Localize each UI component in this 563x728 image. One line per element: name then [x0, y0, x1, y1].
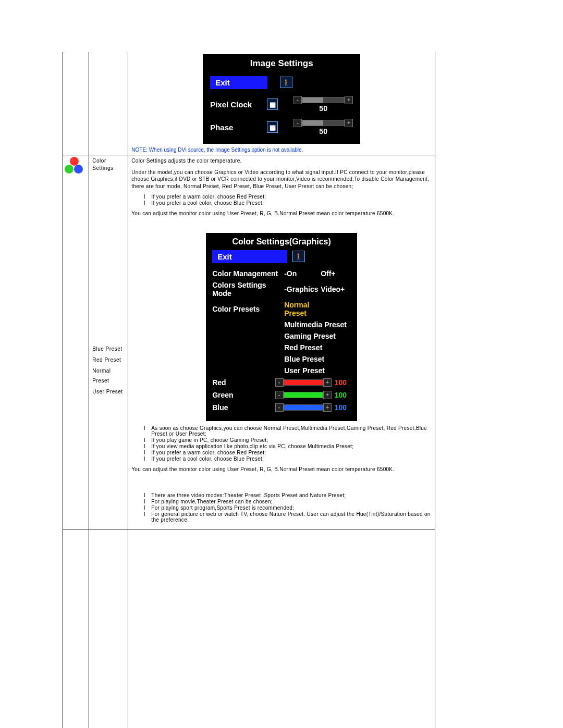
- list-item: If you prefer a warm color, choose Red P…: [144, 194, 432, 200]
- slider-value: 50: [319, 127, 327, 135]
- rgb-row: Blue-+100: [209, 401, 354, 414]
- slider[interactable]: -+: [293, 96, 353, 104]
- note-text: NOTE: When using DVI source, the Image S…: [131, 147, 432, 153]
- setting-icon: ▦: [267, 98, 278, 110]
- minus-button[interactable]: -: [275, 403, 284, 412]
- list-item: If you prefer a warm color, choose Red P…: [144, 450, 432, 455]
- rgb-value: 100: [335, 391, 351, 399]
- mode-graphics[interactable]: -Graphics: [284, 285, 321, 293]
- para-3: You can adjust the monitor color using U…: [131, 466, 432, 473]
- mode-label: Colors Settings Mode: [212, 281, 284, 298]
- list-item: If you play game in PC, choose Gaming Pr…: [144, 437, 432, 443]
- preset-sublist-item: Normal Preset: [92, 366, 125, 386]
- plus-button[interactable]: +: [323, 403, 332, 412]
- slider[interactable]: -+: [275, 403, 332, 412]
- osd-slider-row: Pixel Clock▦-+50: [206, 93, 357, 116]
- osd-image-settings: Image Settings Exit 🚶 Pixel Clock▦-+50Ph…: [203, 54, 360, 144]
- mode-video[interactable]: Video+: [321, 285, 345, 293]
- plus-button[interactable]: +: [323, 391, 332, 399]
- osd-exit-button[interactable]: Exit: [210, 76, 267, 89]
- intro-text-1: Color Settings adjusts the color tempera…: [131, 157, 432, 165]
- slider-value: 50: [319, 104, 327, 113]
- rgb-value: 100: [335, 403, 351, 412]
- rgb-value: 100: [335, 378, 351, 387]
- osd2-title: Color Settings(Graphics): [206, 233, 357, 249]
- preset-item[interactable]: Red Preset: [209, 342, 354, 353]
- preset-sublist-item: User Preset: [92, 387, 125, 397]
- list-item: There are three video modes:Theater Pres…: [144, 492, 432, 498]
- color-settings-icon: [65, 157, 83, 176]
- preset-item[interactable]: Gaming Preset: [209, 330, 354, 342]
- osd2-exit-button[interactable]: Exit: [212, 250, 287, 263]
- preset-sublist-item: Blue Preset: [92, 344, 125, 354]
- preset-item[interactable]: Blue Preset: [209, 353, 354, 365]
- bullet-list-3: There are three video modes:Theater Pres…: [144, 492, 432, 523]
- slider[interactable]: -+: [275, 391, 332, 399]
- minus-button[interactable]: -: [293, 119, 302, 127]
- intro-text-2: Under the model,you can choose Graphics …: [131, 169, 432, 190]
- list-item: If you prefer a cool color, choose Blue …: [144, 456, 432, 462]
- exit-icon: 🚶: [280, 77, 292, 88]
- osd-item-label: Pixel Clock: [210, 100, 254, 109]
- preset-sublist-item: Red Preset: [92, 355, 125, 365]
- osd-slider-row: Phase▦-+50: [206, 116, 357, 139]
- setting-icon: ▦: [267, 121, 278, 133]
- preset-item[interactable]: Multimedia Preset: [209, 319, 354, 330]
- rgb-label: Green: [212, 391, 275, 399]
- rgb-label: Blue: [212, 403, 275, 412]
- osd-title: Image Settings: [206, 56, 357, 72]
- list-item: If you view media application like photo…: [144, 443, 432, 449]
- preset-sublist: Blue PresetRed PresetNormal PresetUser P…: [92, 344, 125, 397]
- list-item: For playing sport program,Sports Preset …: [144, 505, 432, 511]
- rgb-row: Green-+100: [209, 389, 354, 401]
- list-item: For general picture or web or watch TV, …: [144, 511, 432, 523]
- preset-item[interactable]: User Preset: [209, 365, 354, 376]
- para-2: You can adjust the monitor color using U…: [131, 210, 432, 217]
- list-item: For playing movie,Theater Preset can be …: [144, 499, 432, 504]
- color-management-label: Color Management: [212, 269, 284, 278]
- rgb-row: Red-+100: [209, 376, 354, 389]
- list-item: If you prefer a cool color, choose Blue …: [144, 200, 432, 206]
- exit-icon: 🚶: [292, 251, 305, 262]
- slider[interactable]: -+: [293, 119, 353, 127]
- presets-label: Color Presets: [212, 305, 284, 313]
- section-name: Color Settings: [92, 157, 125, 172]
- doc-table: Image Settings Exit 🚶 Pixel Clock▦-+50Ph…: [63, 52, 435, 728]
- minus-button[interactable]: -: [275, 391, 284, 399]
- mgmt-on[interactable]: -On: [284, 269, 321, 278]
- slider[interactable]: -+: [275, 378, 332, 387]
- bullet-list-1: If you prefer a warm color, choose Red P…: [144, 194, 432, 206]
- plus-button[interactable]: +: [345, 96, 353, 104]
- osd-item-label: Phase: [210, 123, 254, 132]
- mgmt-off[interactable]: Off+: [321, 269, 335, 278]
- plus-button[interactable]: +: [345, 119, 353, 127]
- rgb-label: Red: [212, 378, 275, 387]
- plus-button[interactable]: +: [323, 378, 332, 387]
- bullet-list-2: As soon as choose Graphics,you can choos…: [144, 425, 432, 462]
- osd-color-settings: Color Settings(Graphics) Exit 🚶 Color Ma…: [206, 233, 357, 421]
- list-item: As soon as choose Graphics,you can choos…: [144, 425, 432, 437]
- minus-button[interactable]: -: [293, 96, 302, 104]
- preset-item[interactable]: Normal Preset: [284, 301, 321, 317]
- minus-button[interactable]: -: [275, 378, 284, 387]
